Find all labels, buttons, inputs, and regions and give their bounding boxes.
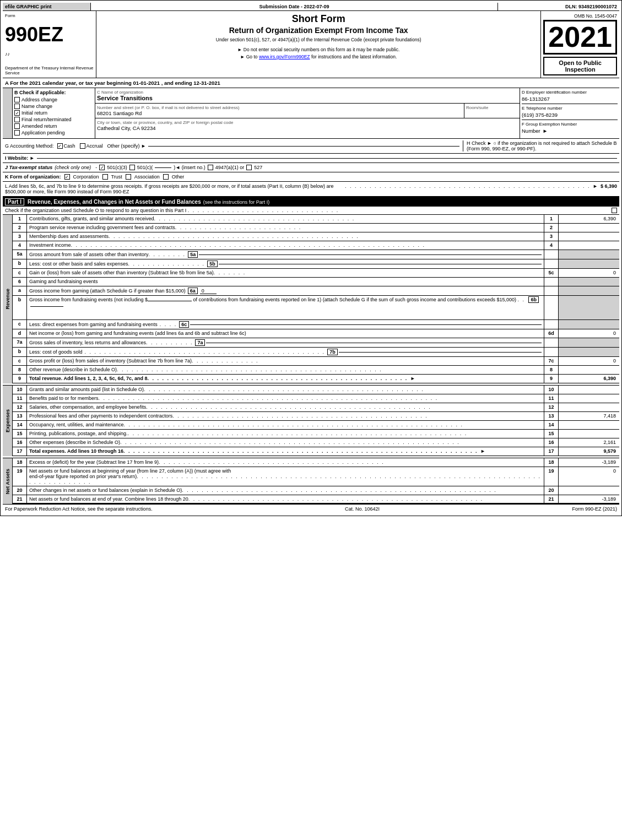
year-section: OMB No. 1545-0047 2021 Open to Public In…	[541, 11, 619, 78]
line-6-row: 6 Gaming and fundraising events	[13, 278, 619, 286]
cb-app-pending-box[interactable]	[14, 130, 20, 136]
cb-app-pending-label: Application pending	[21, 130, 65, 136]
line-5b-value	[559, 259, 619, 268]
line-18-linenum: 18	[544, 458, 559, 467]
line-2-num: 2	[13, 224, 27, 232]
cb-name-change[interactable]: Name change	[14, 104, 93, 109]
cb-name-change-box[interactable]	[14, 104, 20, 109]
line-11-value	[559, 394, 619, 403]
form-url[interactable]: www.irs.gov/Form990EZ	[259, 54, 310, 59]
j-501c-box[interactable]	[129, 165, 135, 170]
expenses-lines-container: 10 Grants and similar amounts paid (list…	[13, 386, 619, 456]
line-6b-desc: Gross income from fundraising events (no…	[27, 296, 544, 319]
cb-amended-return-box[interactable]	[14, 123, 20, 129]
k-corp-label: Corporation	[73, 174, 99, 180]
line-9-linenum: 9	[544, 375, 559, 383]
l-dots: . . . . . . . . . . . . . . . . . . . . …	[345, 183, 599, 189]
line-7c-row: c Gross profit or (loss) from sales of i…	[13, 357, 619, 366]
group-container: F Group Exemption Number Number ►	[522, 120, 618, 134]
j-4947-box[interactable]	[208, 165, 213, 170]
expenses-section: Expenses 10 Grants and similar amounts p…	[3, 386, 619, 456]
j-527-label: 527	[254, 165, 262, 170]
cb-final-return[interactable]: Final return/terminated	[14, 117, 93, 122]
dept-name: Department of the Treasury Internal Reve…	[5, 66, 94, 75]
cb-final-return-label: Final return/terminated	[21, 117, 72, 122]
line-5b-linenum	[544, 259, 559, 268]
line-6a-row: a Gross income from gaming (attach Sched…	[13, 286, 619, 296]
line-5b-num: b	[13, 259, 27, 268]
line-6c-linenum	[544, 320, 559, 329]
line-13-num: 13	[13, 412, 27, 420]
line-20-num: 20	[13, 486, 27, 495]
line-11-row: 11 Benefits paid to or for members. . . …	[13, 394, 619, 403]
line-14-desc: Occupancy, rent, utilities, and maintena…	[27, 421, 544, 429]
line-7b-value	[559, 348, 619, 356]
cb-address-change[interactable]: Address change	[14, 97, 93, 102]
line-2-linenum: 2	[544, 224, 559, 232]
cb-final-return-box[interactable]	[14, 117, 20, 122]
line-6a-value	[559, 286, 619, 295]
k-other-box[interactable]	[163, 174, 169, 180]
k-trust-label: Trust	[111, 174, 122, 180]
org-name-container: C Name of organization Service Transitio…	[95, 88, 520, 104]
cash-label: Cash	[64, 143, 75, 149]
section-b: B Check if applicable: Address change Na…	[13, 88, 95, 138]
assets-side-label: Net Assets	[3, 458, 13, 504]
j-527-box[interactable]	[246, 165, 252, 170]
j-501c3-box[interactable]	[99, 165, 105, 170]
group-number: Number ►	[522, 128, 618, 134]
row-g-label: G Accounting Method:	[5, 143, 54, 149]
line-5a-desc: Gross amount from sale of assets other t…	[27, 250, 544, 259]
accrual-checkbox[interactable]	[80, 143, 85, 149]
j-insert-label: )◄ (insert no.)	[174, 165, 205, 170]
no-ssn: ► Do not enter social security numbers o…	[99, 47, 538, 52]
line-5a-num: 5a	[13, 250, 27, 259]
form-ref: Form 990-EZ (2021)	[572, 506, 617, 512]
k-trust-box[interactable]	[102, 174, 108, 180]
phone-value: (619) 375-8239	[522, 112, 618, 118]
k-corp-box[interactable]	[64, 174, 70, 180]
line-12-linenum: 12	[544, 403, 559, 411]
year-display: 2021	[543, 20, 617, 55]
section-a-marker	[3, 88, 13, 138]
line-7c-desc: Gross profit or (loss) from sales of inv…	[27, 357, 544, 365]
cash-checkbox[interactable]	[57, 143, 63, 149]
line-21-desc: Net assets or fund balances at end of ye…	[27, 495, 544, 503]
line-8-value	[559, 366, 619, 374]
line-14-value	[559, 421, 619, 429]
cb-amended-return[interactable]: Amended return	[14, 123, 93, 129]
cb-initial-return[interactable]: Initial return	[14, 110, 93, 116]
assets-label-text: Net Assets	[5, 469, 10, 494]
section-c: C Name of organization Service Transitio…	[95, 88, 520, 138]
line-5a-value	[559, 250, 619, 259]
k-assoc-box[interactable]	[126, 174, 131, 180]
other-line	[148, 146, 459, 147]
cb-address-change-box[interactable]	[14, 97, 20, 102]
line-15-linenum: 15	[544, 430, 559, 438]
ein-label: D Employer identification number	[522, 90, 618, 95]
part1-check-box[interactable]	[612, 208, 617, 213]
omb-number: OMB No. 1545-0047	[543, 13, 617, 19]
ein-value: 86-1313267	[522, 96, 618, 102]
line-1-value: 6,390	[559, 215, 619, 223]
cb-app-pending[interactable]: Application pending	[14, 130, 93, 136]
line-2-desc: Program service revenue including govern…	[27, 224, 544, 232]
line-12-num: 12	[13, 403, 27, 411]
line-9-num: 9	[13, 375, 27, 383]
line-6b-row: b Gross income from fundraising events (…	[13, 296, 619, 320]
phone-label: E Telephone number	[522, 106, 618, 111]
under-section: Under section 501(c), 527, or 4947(a)(1)…	[99, 37, 538, 42]
line-5a-linenum	[544, 250, 559, 259]
line-17-linenum: 17	[544, 447, 559, 456]
line-10-value	[559, 386, 619, 394]
l-value: $ 6,390	[601, 183, 617, 189]
street-value: 68201 Santiago Rd	[97, 110, 462, 116]
line-6-linenum	[544, 278, 559, 286]
cb-initial-return-box[interactable]	[14, 110, 20, 116]
form-symbol: ♪♪	[5, 51, 94, 57]
line-20-row: 20 Other changes in net assets or fund b…	[13, 486, 619, 495]
paperwork-notice: For Paperwork Reduction Act Notice, see …	[5, 506, 153, 512]
line-6a-num: a	[13, 286, 27, 295]
asset-lines-container: 18 Excess or (deficit) for the year (Sub…	[13, 458, 619, 504]
l-text: L Add lines 5b, 6c, and 7b to line 9 to …	[5, 183, 343, 194]
